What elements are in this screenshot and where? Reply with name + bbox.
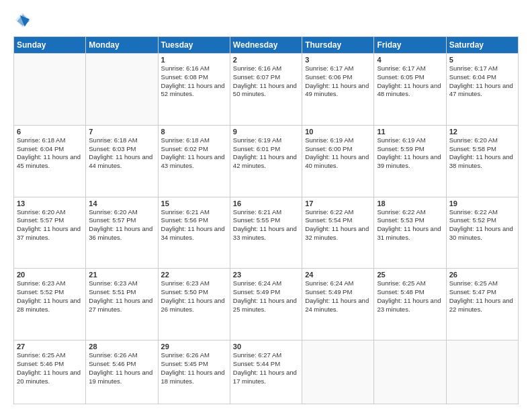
- calendar-cell: 4Sunrise: 6:17 AM Sunset: 6:05 PM Daylig…: [374, 54, 446, 126]
- cell-info: Sunrise: 6:16 AM Sunset: 6:08 PM Dayligh…: [161, 64, 227, 99]
- calendar-cell: 3Sunrise: 6:17 AM Sunset: 6:06 PM Daylig…: [302, 54, 374, 126]
- calendar-cell: [14, 54, 86, 126]
- day-number: 14: [89, 199, 154, 208]
- weekday-header: Wednesday: [230, 37, 302, 54]
- day-number: 27: [17, 342, 83, 351]
- cell-info: Sunrise: 6:20 AM Sunset: 5:57 PM Dayligh…: [17, 208, 83, 242]
- calendar-cell: [374, 340, 446, 404]
- cell-info: Sunrise: 6:22 AM Sunset: 5:54 PM Dayligh…: [305, 208, 371, 242]
- calendar-cell: 5Sunrise: 6:17 AM Sunset: 6:04 PM Daylig…: [446, 54, 518, 126]
- cell-info: Sunrise: 6:22 AM Sunset: 5:52 PM Dayligh…: [449, 208, 515, 242]
- calendar-cell: 11Sunrise: 6:19 AM Sunset: 5:59 PM Dayli…: [374, 125, 446, 197]
- calendar-cell: 7Sunrise: 6:18 AM Sunset: 6:03 PM Daylig…: [86, 125, 158, 197]
- calendar-week-row: 27Sunrise: 6:25 AM Sunset: 5:46 PM Dayli…: [14, 340, 519, 404]
- day-number: 6: [17, 128, 83, 136]
- day-number: 12: [449, 128, 515, 136]
- day-number: 22: [161, 271, 227, 279]
- day-number: 24: [305, 271, 371, 279]
- calendar-cell: 13Sunrise: 6:20 AM Sunset: 5:57 PM Dayli…: [14, 197, 86, 269]
- cell-info: Sunrise: 6:26 AM Sunset: 5:46 PM Dayligh…: [89, 351, 154, 385]
- cell-info: Sunrise: 6:20 AM Sunset: 5:58 PM Dayligh…: [449, 136, 515, 171]
- calendar-body: 1Sunrise: 6:16 AM Sunset: 6:08 PM Daylig…: [14, 54, 519, 404]
- calendar-header: SundayMondayTuesdayWednesdayThursdayFrid…: [14, 37, 519, 54]
- day-number: 1: [161, 56, 227, 64]
- cell-info: Sunrise: 6:25 AM Sunset: 5:46 PM Dayligh…: [17, 351, 83, 385]
- day-number: 20: [17, 271, 83, 279]
- weekday-header: Friday: [374, 37, 446, 54]
- day-number: 11: [377, 128, 443, 136]
- logo: [13, 11, 35, 30]
- cell-info: Sunrise: 6:19 AM Sunset: 6:01 PM Dayligh…: [233, 136, 299, 171]
- cell-info: Sunrise: 6:20 AM Sunset: 5:57 PM Dayligh…: [89, 208, 154, 242]
- calendar-cell: 2Sunrise: 6:16 AM Sunset: 6:07 PM Daylig…: [230, 54, 302, 126]
- calendar-cell: 26Sunrise: 6:25 AM Sunset: 5:47 PM Dayli…: [446, 269, 518, 340]
- day-number: 10: [305, 128, 371, 136]
- calendar-cell: 15Sunrise: 6:21 AM Sunset: 5:56 PM Dayli…: [158, 197, 230, 269]
- day-number: 13: [17, 199, 83, 208]
- cell-info: Sunrise: 6:22 AM Sunset: 5:53 PM Dayligh…: [377, 208, 443, 242]
- day-number: 29: [161, 342, 227, 351]
- calendar-week-row: 6Sunrise: 6:18 AM Sunset: 6:04 PM Daylig…: [14, 125, 519, 197]
- calendar-cell: 1Sunrise: 6:16 AM Sunset: 6:08 PM Daylig…: [158, 54, 230, 126]
- cell-info: Sunrise: 6:21 AM Sunset: 5:56 PM Dayligh…: [161, 208, 227, 242]
- calendar-cell: 19Sunrise: 6:22 AM Sunset: 5:52 PM Dayli…: [446, 197, 518, 269]
- cell-info: Sunrise: 6:17 AM Sunset: 6:04 PM Dayligh…: [449, 64, 515, 99]
- calendar-cell: 12Sunrise: 6:20 AM Sunset: 5:58 PM Dayli…: [446, 125, 518, 197]
- weekday-header: Monday: [86, 37, 158, 54]
- cell-info: Sunrise: 6:25 AM Sunset: 5:47 PM Dayligh…: [449, 279, 515, 314]
- day-number: 30: [233, 342, 299, 351]
- cell-info: Sunrise: 6:18 AM Sunset: 6:03 PM Dayligh…: [89, 136, 154, 171]
- cell-info: Sunrise: 6:17 AM Sunset: 6:06 PM Dayligh…: [305, 64, 371, 99]
- cell-info: Sunrise: 6:19 AM Sunset: 6:00 PM Dayligh…: [305, 136, 371, 171]
- day-number: 5: [449, 56, 515, 64]
- day-number: 17: [305, 199, 371, 208]
- weekday-row: SundayMondayTuesdayWednesdayThursdayFrid…: [14, 37, 519, 54]
- day-number: 19: [449, 199, 515, 208]
- cell-info: Sunrise: 6:21 AM Sunset: 5:55 PM Dayligh…: [233, 208, 299, 242]
- weekday-header: Thursday: [302, 37, 374, 54]
- logo-icon: [13, 11, 32, 30]
- cell-info: Sunrise: 6:25 AM Sunset: 5:48 PM Dayligh…: [377, 279, 443, 314]
- cell-info: Sunrise: 6:23 AM Sunset: 5:52 PM Dayligh…: [17, 279, 83, 314]
- cell-info: Sunrise: 6:18 AM Sunset: 6:02 PM Dayligh…: [161, 136, 227, 171]
- cell-info: Sunrise: 6:23 AM Sunset: 5:51 PM Dayligh…: [89, 279, 154, 314]
- cell-info: Sunrise: 6:23 AM Sunset: 5:50 PM Dayligh…: [161, 279, 227, 314]
- calendar-cell: 20Sunrise: 6:23 AM Sunset: 5:52 PM Dayli…: [14, 269, 86, 340]
- cell-info: Sunrise: 6:17 AM Sunset: 6:05 PM Dayligh…: [377, 64, 443, 99]
- cell-info: Sunrise: 6:24 AM Sunset: 5:49 PM Dayligh…: [233, 279, 299, 314]
- day-number: 8: [161, 128, 227, 136]
- day-number: 2: [233, 56, 299, 64]
- cell-info: Sunrise: 6:19 AM Sunset: 5:59 PM Dayligh…: [377, 136, 443, 171]
- calendar-cell: 29Sunrise: 6:26 AM Sunset: 5:45 PM Dayli…: [158, 340, 230, 404]
- cell-info: Sunrise: 6:26 AM Sunset: 5:45 PM Dayligh…: [161, 351, 227, 385]
- day-number: 26: [449, 271, 515, 279]
- cell-info: Sunrise: 6:16 AM Sunset: 6:07 PM Dayligh…: [233, 64, 299, 99]
- calendar: SundayMondayTuesdayWednesdayThursdayFrid…: [13, 36, 519, 404]
- day-number: 23: [233, 271, 299, 279]
- day-number: 18: [377, 199, 443, 208]
- day-number: 25: [377, 271, 443, 279]
- day-number: 3: [305, 56, 371, 64]
- day-number: 28: [89, 342, 154, 351]
- calendar-cell: 8Sunrise: 6:18 AM Sunset: 6:02 PM Daylig…: [158, 125, 230, 197]
- calendar-cell: 6Sunrise: 6:18 AM Sunset: 6:04 PM Daylig…: [14, 125, 86, 197]
- calendar-cell: [86, 54, 158, 126]
- calendar-week-row: 1Sunrise: 6:16 AM Sunset: 6:08 PM Daylig…: [14, 54, 519, 126]
- day-number: 4: [377, 56, 443, 64]
- calendar-cell: 16Sunrise: 6:21 AM Sunset: 5:55 PM Dayli…: [230, 197, 302, 269]
- calendar-cell: 25Sunrise: 6:25 AM Sunset: 5:48 PM Dayli…: [374, 269, 446, 340]
- page: SundayMondayTuesdayWednesdayThursdayFrid…: [0, 0, 532, 411]
- calendar-cell: [446, 340, 518, 404]
- cell-info: Sunrise: 6:27 AM Sunset: 5:44 PM Dayligh…: [233, 351, 299, 385]
- day-number: 21: [89, 271, 154, 279]
- calendar-cell: 21Sunrise: 6:23 AM Sunset: 5:51 PM Dayli…: [86, 269, 158, 340]
- cell-info: Sunrise: 6:18 AM Sunset: 6:04 PM Dayligh…: [17, 136, 83, 171]
- calendar-cell: 18Sunrise: 6:22 AM Sunset: 5:53 PM Dayli…: [374, 197, 446, 269]
- calendar-cell: 14Sunrise: 6:20 AM Sunset: 5:57 PM Dayli…: [86, 197, 158, 269]
- day-number: 9: [233, 128, 299, 136]
- calendar-cell: 24Sunrise: 6:24 AM Sunset: 5:49 PM Dayli…: [302, 269, 374, 340]
- header: [13, 11, 519, 30]
- calendar-cell: 17Sunrise: 6:22 AM Sunset: 5:54 PM Dayli…: [302, 197, 374, 269]
- calendar-cell: 30Sunrise: 6:27 AM Sunset: 5:44 PM Dayli…: [230, 340, 302, 404]
- cell-info: Sunrise: 6:24 AM Sunset: 5:49 PM Dayligh…: [305, 279, 371, 314]
